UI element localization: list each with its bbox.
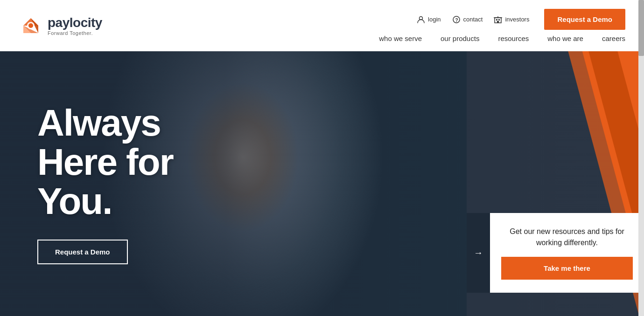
investors-link[interactable]: investors [494,15,529,24]
svg-rect-7 [496,19,497,21]
request-demo-header-button[interactable]: Request a Demo [544,9,625,30]
svg-text:?: ? [455,17,458,22]
hero-headline: Always Here for You. [37,103,644,221]
contact-label: contact [463,16,483,23]
info-card-body: Get our new resources and tips for worki… [490,213,644,293]
contact-link[interactable]: ? contact [452,15,483,24]
building-icon [494,15,502,24]
nav-careers[interactable]: careers [602,34,625,42]
hero-headline-line3: You. [37,180,112,222]
investors-label: investors [505,16,529,23]
paylocity-logo-icon [19,14,43,38]
svg-rect-8 [498,19,500,21]
hero-headline-line2: Here for [37,141,173,183]
nav-who-we-serve[interactable]: who we serve [379,34,422,42]
svg-rect-9 [497,21,499,23]
login-link[interactable]: login [417,15,441,24]
nav-who-we-are[interactable]: who we are [547,34,583,42]
info-card-arrow[interactable]: → [467,213,490,293]
logo-text: paylocity Forward Together. [48,15,102,36]
request-demo-hero-button[interactable]: Request a Demo [37,240,128,264]
take-me-there-button[interactable]: Take me there [501,257,633,280]
main-nav: who we serve our products resources who … [379,34,625,42]
arrow-right-icon: → [474,247,483,258]
nav-our-products[interactable]: our products [441,34,479,42]
header-right: login ? contact [379,9,625,42]
hero-section: Always Here for You. Request a Demo → Ge… [0,51,644,316]
scrollbar-thumb[interactable] [638,0,644,56]
question-icon: ? [452,15,461,24]
login-label: login [428,16,441,23]
info-card: → Get our new resources and tips for wor… [467,213,644,293]
nav-resources[interactable]: resources [498,34,529,42]
logo-name: paylocity [48,15,102,30]
info-card-text: Get our new resources and tips for worki… [501,226,633,248]
top-links: login ? contact [417,15,529,24]
svg-point-2 [28,23,33,28]
person-icon [417,15,425,24]
logo-area[interactable]: paylocity Forward Together. [19,14,102,38]
scrollbar[interactable] [638,0,644,316]
logo-tagline: Forward Together. [48,30,102,36]
header: paylocity Forward Together. login [0,0,644,51]
hero-headline-line1: Always [37,102,161,144]
